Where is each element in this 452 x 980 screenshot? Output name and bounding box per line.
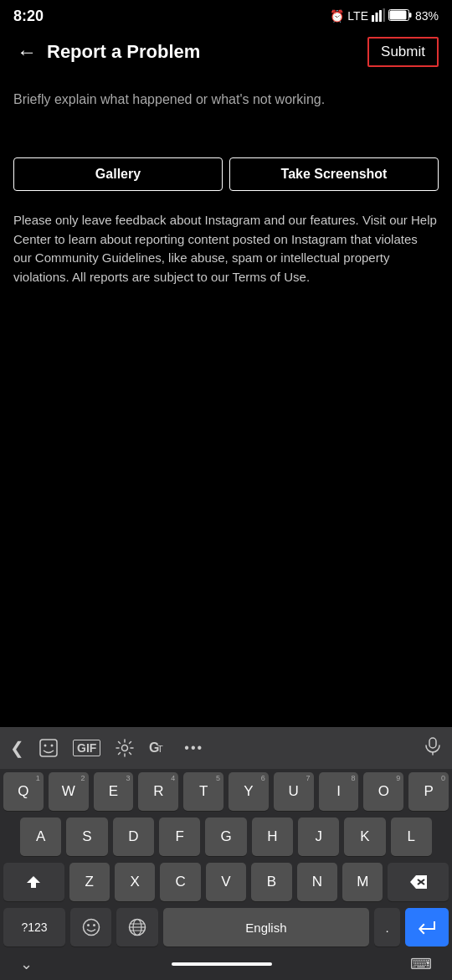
keyboard-row-1: Q1 W2 E3 R4 T5 Y6 U7 I8 O9 P0 — [0, 769, 452, 814]
svg-rect-5 — [389, 10, 406, 19]
key-q[interactable]: Q1 — [3, 772, 44, 811]
lte-label: LTE — [347, 9, 368, 23]
key-u[interactable]: U7 — [274, 772, 314, 811]
keyboard-row-3: Z X C V B N M — [0, 859, 452, 905]
svg-rect-0 — [372, 15, 374, 22]
svg-point-10 — [122, 745, 128, 751]
svg-rect-2 — [379, 10, 382, 22]
report-content: Briefly explain what happened or what's … — [0, 77, 452, 286]
keyboard-back-icon[interactable]: ❮ — [10, 738, 24, 758]
shift-key[interactable] — [3, 863, 64, 901]
key-x[interactable]: X — [115, 863, 155, 901]
take-screenshot-button[interactable]: Take Screenshot — [229, 157, 439, 191]
key-h[interactable]: H — [252, 818, 293, 856]
keyboard-row-2: A S D F G H J K L — [0, 814, 452, 859]
sticker-icon[interactable] — [39, 739, 58, 757]
key-a[interactable]: A — [20, 818, 61, 856]
key-b[interactable]: B — [251, 863, 291, 901]
backspace-key[interactable] — [388, 863, 449, 901]
key-m[interactable]: M — [342, 863, 383, 901]
battery-icon — [388, 9, 412, 23]
svg-point-18 — [87, 924, 90, 926]
status-time: 8:20 — [13, 8, 44, 25]
svg-point-19 — [93, 924, 95, 926]
key-p[interactable]: P0 — [408, 772, 449, 811]
svg-point-9 — [51, 745, 54, 747]
key-v[interactable]: V — [206, 863, 246, 901]
more-options-icon[interactable]: ••• — [184, 740, 203, 756]
status-bar: 8:20 ⏰ LTE 83% — [0, 0, 452, 30]
key-k[interactable]: K — [344, 818, 385, 856]
emoji-key[interactable] — [70, 908, 111, 946]
return-key[interactable] — [405, 908, 449, 946]
key-j[interactable]: J — [298, 818, 339, 856]
svg-point-8 — [44, 745, 47, 747]
keyboard-layout-icon[interactable]: ⌨ — [410, 955, 432, 973]
key-y[interactable]: Y6 — [229, 772, 269, 811]
key-w[interactable]: W2 — [49, 772, 89, 811]
gallery-button[interactable]: Gallery — [13, 157, 223, 191]
keyboard: ❮ GIF G T ••• — [0, 727, 452, 980]
app-header: ← Report a Problem Submit — [0, 30, 452, 77]
key-f[interactable]: F — [159, 818, 200, 856]
keyboard-hide-down[interactable]: ⌄ — [20, 955, 33, 973]
settings-icon[interactable] — [116, 739, 134, 757]
key-s[interactable]: S — [66, 818, 107, 856]
key-l[interactable]: L — [391, 818, 432, 856]
key-d[interactable]: D — [113, 818, 154, 856]
home-indicator — [172, 962, 272, 966]
svg-rect-13 — [429, 738, 436, 748]
svg-text:T: T — [157, 744, 163, 754]
key-r[interactable]: R4 — [138, 772, 178, 811]
gif-button[interactable]: GIF — [73, 740, 100, 756]
space-key[interactable]: English — [163, 908, 370, 946]
key-z[interactable]: Z — [69, 863, 110, 901]
back-button[interactable]: ← — [13, 37, 40, 67]
alt-mode-key[interactable]: ?123 — [3, 908, 65, 946]
translate-icon[interactable]: G T — [149, 739, 169, 757]
key-g[interactable]: G — [205, 818, 246, 856]
svg-point-17 — [83, 920, 99, 936]
period-key[interactable]: . — [374, 908, 400, 946]
globe-key[interactable] — [116, 908, 157, 946]
key-t[interactable]: T5 — [183, 772, 223, 811]
status-icons: ⏰ LTE 83% — [330, 8, 439, 24]
submit-button[interactable]: Submit — [367, 37, 439, 67]
key-i[interactable]: I8 — [319, 772, 359, 811]
mic-icon[interactable] — [424, 737, 442, 760]
svg-rect-6 — [409, 13, 412, 18]
keyboard-toolbar: ❮ GIF G T ••• — [0, 727, 452, 769]
key-e[interactable]: E3 — [94, 772, 134, 811]
alarm-icon: ⏰ — [330, 9, 344, 23]
key-n[interactable]: N — [297, 863, 337, 901]
signal-icon — [372, 8, 385, 24]
key-o[interactable]: O9 — [363, 772, 403, 811]
info-text: Please only leave feedback about Instagr… — [13, 211, 439, 286]
svg-rect-3 — [383, 8, 385, 22]
attachment-buttons: Gallery Take Screenshot — [13, 157, 439, 191]
textarea-placeholder[interactable]: Briefly explain what happened or what's … — [13, 90, 439, 141]
battery-percent: 83% — [415, 9, 439, 23]
svg-rect-1 — [375, 13, 378, 22]
page-title: Report a Problem — [47, 41, 367, 63]
key-c[interactable]: C — [160, 863, 200, 901]
svg-rect-7 — [40, 740, 57, 756]
keyboard-row-4: ?123 English . — [0, 905, 452, 950]
